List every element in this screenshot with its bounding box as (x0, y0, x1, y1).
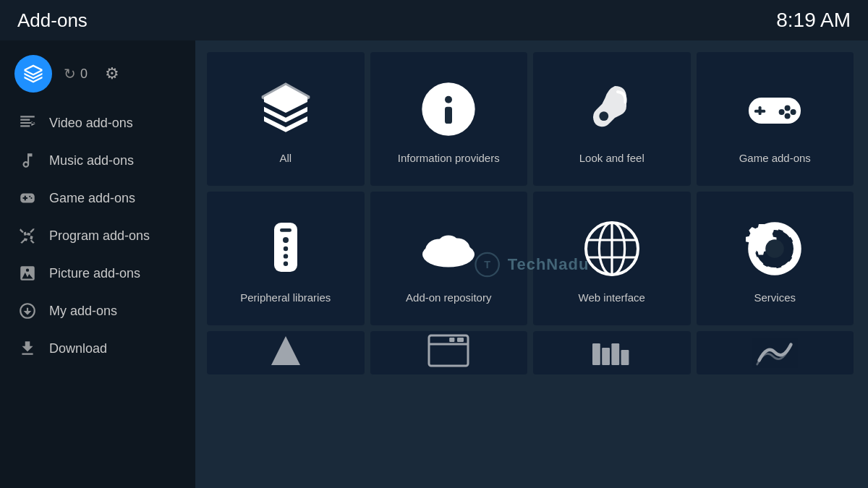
svg-point-3 (599, 111, 608, 121)
svg-rect-34 (592, 343, 600, 365)
svg-point-7 (785, 105, 791, 111)
sidebar-top-bar: ↻ 0 ⚙ (0, 49, 195, 104)
sidebar-item-game-addons[interactable]: Game add-ons (0, 179, 195, 217)
sidebar-label-game: Game add-ons (49, 191, 135, 206)
look-icon (579, 77, 644, 142)
cloud-icon (416, 216, 481, 281)
grid-label-addon-repo: Add-on repository (406, 291, 491, 304)
grid-item-all[interactable]: All (207, 52, 365, 186)
svg-rect-36 (611, 343, 619, 365)
music-icon (17, 150, 38, 171)
main-layout: ↻ 0 ⚙ Video add-ons Music add-ons (0, 40, 868, 488)
game-nav-icon (17, 188, 38, 208)
grid-row-2: Peripheral libraries Add-on repository (207, 192, 854, 325)
video-icon (17, 113, 38, 133)
sidebar: ↻ 0 ⚙ Video add-ons Music add-ons (0, 40, 195, 488)
svg-rect-2 (445, 107, 452, 124)
svg-point-13 (283, 237, 289, 243)
grid-label-info-providers: Information providers (398, 152, 500, 164)
svg-point-28 (765, 239, 784, 258)
addon-icon[interactable] (14, 55, 52, 93)
update-count: 0 (80, 67, 88, 82)
grid-item-partial-3[interactable] (533, 331, 691, 374)
grid-label-web-interface: Web interface (579, 291, 645, 304)
svg-rect-32 (457, 338, 464, 342)
sidebar-label-program: Program add-ons (49, 228, 150, 244)
svg-point-14 (284, 247, 288, 251)
refresh-icon: ↻ (64, 65, 76, 82)
grid-item-addon-repo[interactable]: Add-on repository (370, 192, 528, 325)
svg-point-20 (437, 236, 460, 257)
clock: 8:19 AM (776, 9, 851, 32)
grid-label-all: All (279, 152, 292, 164)
grid-row-3-partial (207, 331, 854, 374)
grid-item-partial-2[interactable] (370, 331, 528, 374)
grid-item-game-addons[interactable]: Game add-ons (697, 52, 854, 186)
sidebar-item-program-addons[interactable]: Program add-ons (0, 217, 195, 254)
grid-item-info-providers[interactable]: Information providers (370, 52, 528, 186)
sidebar-item-picture-addons[interactable]: Picture add-ons (0, 254, 195, 292)
svg-rect-6 (754, 110, 765, 113)
sidebar-nav: Video add-ons Music add-ons Game add-ons… (0, 104, 195, 479)
sidebar-label-picture: Picture add-ons (49, 266, 140, 281)
globe-icon (579, 216, 644, 281)
svg-point-15 (284, 254, 288, 258)
grid-label-look-feel: Look and feel (579, 152, 644, 164)
remote-icon (253, 216, 318, 281)
grid-label-services: Services (754, 291, 796, 304)
page-title: Add-ons (17, 9, 88, 32)
svg-rect-33 (449, 338, 454, 342)
svg-rect-37 (621, 350, 629, 365)
svg-rect-35 (602, 348, 610, 365)
grid-item-services[interactable]: Services (697, 192, 854, 325)
gamepad-icon (742, 77, 807, 142)
grid-item-web-interface[interactable]: Web interface (533, 192, 691, 325)
sidebar-item-music-addons[interactable]: Music add-ons (0, 142, 195, 179)
svg-rect-12 (280, 228, 292, 232)
svg-point-8 (791, 109, 796, 115)
app-header: Add-ons 8:19 AM (0, 0, 868, 40)
download-icon (17, 338, 38, 359)
grid-label-game-addons: Game add-ons (739, 152, 811, 164)
content-area: All Information providers (195, 40, 868, 488)
svg-point-1 (445, 96, 452, 103)
settings-icon[interactable]: ⚙ (105, 64, 119, 83)
grid-item-partial-4[interactable] (697, 331, 854, 374)
picture-icon (17, 263, 38, 283)
sidebar-label-video: Video add-ons (49, 116, 133, 131)
sidebar-label-my-addons: My add-ons (49, 304, 117, 319)
program-icon (17, 226, 38, 246)
box-open-icon (22, 63, 44, 85)
grid-row-1: All Information providers (207, 52, 854, 186)
myaddon-icon (17, 301, 38, 321)
sidebar-label-download: Download (49, 341, 107, 356)
grid-label-peripheral-libs: Peripheral libraries (240, 291, 331, 304)
svg-marker-29 (271, 336, 300, 365)
box-icon (253, 77, 318, 142)
sidebar-item-download[interactable]: Download (0, 330, 195, 367)
svg-point-10 (785, 114, 791, 119)
grid-item-peripheral-libs[interactable]: Peripheral libraries (207, 192, 365, 325)
sidebar-label-music: Music add-ons (49, 153, 134, 168)
svg-point-16 (284, 262, 288, 266)
update-badge: ↻ 0 (64, 65, 88, 82)
sidebar-item-video-addons[interactable]: Video add-ons (0, 104, 195, 142)
sidebar-item-my-addons[interactable]: My add-ons (0, 292, 195, 330)
gear-icon (742, 216, 807, 281)
svg-point-9 (779, 109, 785, 115)
grid-item-look-feel[interactable]: Look and feel (533, 52, 691, 186)
grid-item-partial-1[interactable] (207, 331, 365, 374)
info-circle-icon (416, 77, 481, 142)
